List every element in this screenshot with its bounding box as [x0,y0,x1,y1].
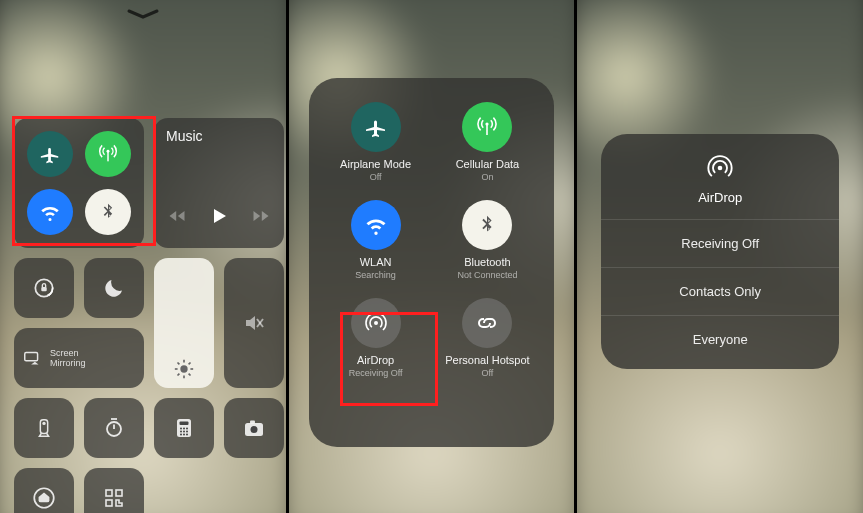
screen-mirroring-icon [22,347,44,369]
connectivity-expanded-panel: Airplane Mode Off Cellular Data On WLAN … [289,0,575,513]
cellular-data-toggle[interactable] [85,131,131,177]
airdrop-icon [706,154,734,182]
mute-icon [242,311,266,335]
timer-button[interactable] [84,398,144,458]
airdrop-card: AirDrop Receiving Off Contacts Only Ever… [601,134,839,369]
airdrop-options-panel: AirDrop Receiving Off Contacts Only Ever… [577,0,863,513]
bluetooth-toggle[interactable] [85,189,131,235]
airplane-mode-toggle[interactable] [27,131,73,177]
control-center-panel: Music ScreenMirroring [0,0,286,513]
wlan-status: Searching [355,270,396,280]
orientation-lock-icon [31,275,57,301]
wifi-icon [39,201,61,223]
airdrop-status: Receiving Off [349,368,403,378]
bluetooth-status: Not Connected [457,270,517,280]
cellular-icon [475,115,499,139]
airdrop-label: AirDrop [357,354,394,366]
airdrop-option-contacts[interactable]: Contacts Only [601,267,839,315]
moon-icon [102,276,126,300]
airdrop-header: AirDrop [698,154,742,219]
airplane-mode-item[interactable]: Airplane Mode Off [323,102,429,182]
airplane-icon [364,115,388,139]
hotspot-status: Off [482,368,494,378]
calculator-icon [172,416,196,440]
music-widget[interactable]: Music [154,118,284,248]
timer-icon [102,416,126,440]
airplane-icon [39,143,61,165]
bluetooth-label: Bluetooth [464,256,510,268]
screen-mirroring-button[interactable]: ScreenMirroring [14,328,144,388]
camera-icon [242,416,266,440]
airplane-label: Airplane Mode [340,158,411,170]
cellular-icon [97,143,119,165]
connectivity-card: Airplane Mode Off Cellular Data On WLAN … [309,78,555,447]
bluetooth-item[interactable]: Bluetooth Not Connected [435,200,541,280]
cellular-data-item[interactable]: Cellular Data On [435,102,541,182]
wlan-item[interactable]: WLAN Searching [323,200,429,280]
personal-hotspot-item[interactable]: Personal Hotspot Off [435,298,541,378]
bluetooth-icon [98,202,118,222]
cellular-label: Cellular Data [456,158,520,170]
calculator-button[interactable] [154,398,214,458]
brightness-slider[interactable] [154,258,214,388]
do-not-disturb-toggle[interactable] [84,258,144,318]
connectivity-group[interactable] [14,118,144,248]
airdrop-option-off[interactable]: Receiving Off [601,219,839,267]
sun-icon [173,358,195,380]
airdrop-item[interactable]: AirDrop Receiving Off [323,298,429,378]
home-button[interactable] [14,468,74,513]
next-track-icon[interactable] [251,206,271,226]
airplane-status: Off [370,172,382,182]
wifi-icon [364,213,388,237]
wlan-label: WLAN [360,256,392,268]
orientation-lock-toggle[interactable] [14,258,74,318]
wifi-toggle[interactable] [27,189,73,235]
hotspot-label: Personal Hotspot [445,354,529,366]
link-icon [475,311,499,335]
flashlight-icon [33,417,55,439]
cellular-status: On [481,172,493,182]
previous-track-icon[interactable] [167,206,187,226]
qr-code-icon [102,486,126,510]
screen-mirroring-label: ScreenMirroring [50,348,86,369]
flashlight-button[interactable] [14,398,74,458]
airdrop-icon [364,311,388,335]
airdrop-option-everyone[interactable]: Everyone [601,315,839,363]
chevron-down-icon [126,8,160,20]
volume-slider[interactable] [224,258,284,388]
music-title: Music [166,128,203,144]
qr-scan-button[interactable] [84,468,144,513]
play-icon[interactable] [207,204,231,228]
airdrop-title: AirDrop [698,190,742,205]
camera-button[interactable] [224,398,284,458]
home-icon [31,485,57,511]
bluetooth-icon [476,214,498,236]
